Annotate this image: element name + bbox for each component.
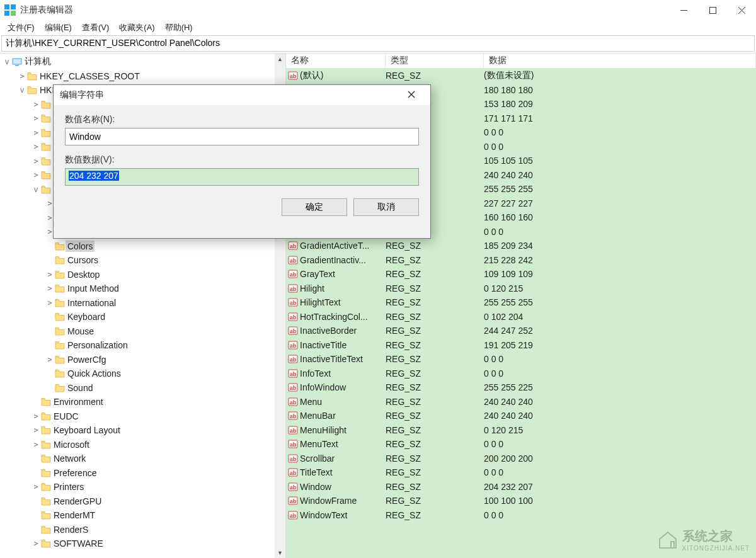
tree-item[interactable]: RenderMT bbox=[0, 508, 285, 523]
tree-item[interactable]: RenderGPU bbox=[0, 494, 285, 509]
menu-file[interactable]: 文件(F) bbox=[3, 21, 40, 35]
expand-icon[interactable]: > bbox=[32, 412, 40, 421]
list-row[interactable]: abInactiveTitleTextREG_SZ0 0 0 bbox=[286, 352, 756, 367]
tree-item[interactable]: Preference bbox=[0, 466, 285, 481]
list-row[interactable]: ab(默认)REG_SZ(数值未设置) bbox=[286, 69, 756, 83]
tree-item[interactable]: Personalization bbox=[0, 338, 285, 353]
tree-item[interactable]: RenderS bbox=[0, 523, 285, 537]
close-button[interactable] bbox=[727, 0, 756, 20]
list-row[interactable]: abWindowREG_SZ204 232 207 bbox=[286, 480, 756, 494]
collapse-icon[interactable]: v bbox=[18, 86, 26, 94]
tree-item[interactable]: >HKEY_CLASSES_ROOT bbox=[0, 69, 285, 84]
value-name: InactiveTitleText bbox=[300, 354, 386, 364]
list-row[interactable]: abMenuHilightREG_SZ0 120 215 bbox=[286, 423, 756, 438]
expand-icon[interactable]: > bbox=[32, 157, 40, 166]
list-header: 名称 类型 数据 bbox=[286, 54, 756, 69]
list-row[interactable]: abInactiveBorderREG_SZ244 247 252 bbox=[286, 324, 756, 338]
tree-item[interactable]: Quick Actions bbox=[0, 367, 285, 381]
list-row[interactable]: abHotTrackingCol...REG_SZ0 102 204 bbox=[286, 310, 756, 324]
expand-icon[interactable]: > bbox=[18, 72, 26, 81]
maximize-button[interactable] bbox=[698, 0, 727, 20]
list-row[interactable]: abGrayTextREG_SZ109 109 109 bbox=[286, 267, 756, 282]
collapse-icon[interactable]: v bbox=[32, 185, 40, 194]
ok-button[interactable]: 确定 bbox=[282, 198, 347, 216]
tree-item[interactable]: Keyboard bbox=[0, 310, 285, 324]
tree-item[interactable]: Cursors bbox=[0, 253, 285, 268]
tree-label: Quick Actions bbox=[66, 368, 123, 379]
tree-item[interactable]: >Desktop bbox=[0, 268, 285, 282]
expand-icon[interactable]: > bbox=[32, 440, 40, 449]
tree-item[interactable]: >International bbox=[0, 296, 285, 310]
expand-icon[interactable]: > bbox=[32, 100, 40, 109]
value-data-label: 数值数据(V): bbox=[65, 154, 419, 166]
tree-item[interactable]: Colors bbox=[0, 239, 285, 254]
tree-item[interactable]: >Input Method bbox=[0, 282, 285, 296]
list-row[interactable]: abWindowFrameREG_SZ100 100 100 bbox=[286, 494, 756, 508]
dialog-close-button[interactable] bbox=[399, 90, 424, 100]
tree-label: RenderS bbox=[52, 524, 90, 535]
list-row[interactable]: abInactiveTitleREG_SZ191 205 219 bbox=[286, 338, 756, 353]
tree-item[interactable]: Sound bbox=[0, 381, 285, 396]
list-row[interactable]: abHilightTextREG_SZ255 255 255 bbox=[286, 295, 756, 310]
list-row[interactable]: abInfoTextREG_SZ0 0 0 bbox=[286, 367, 756, 381]
list-row[interactable]: abMenuBarREG_SZ240 240 240 bbox=[286, 409, 756, 423]
list-row[interactable]: abTitleTextREG_SZ0 0 0 bbox=[286, 465, 756, 480]
dialog-titlebar[interactable]: 编辑字符串 bbox=[54, 85, 430, 105]
expand-icon[interactable]: > bbox=[32, 114, 40, 123]
menu-help[interactable]: 帮助(H) bbox=[160, 21, 198, 35]
value-name: HilightText bbox=[300, 297, 386, 307]
expand-icon[interactable]: > bbox=[32, 539, 40, 548]
list-row[interactable]: abMenuREG_SZ240 240 240 bbox=[286, 395, 756, 409]
expand-icon[interactable]: > bbox=[32, 171, 40, 179]
value-data: 0 120 215 bbox=[484, 425, 756, 435]
list-row[interactable]: abScrollbarREG_SZ200 200 200 bbox=[286, 452, 756, 466]
tree-item[interactable]: >Printers bbox=[0, 480, 285, 494]
collapse-icon[interactable]: v bbox=[3, 57, 11, 66]
watermark-url: XITONGZHIJIA.NET bbox=[682, 545, 750, 552]
tree-item[interactable]: Network bbox=[0, 452, 285, 466]
value-data: 255 255 255 bbox=[484, 184, 756, 194]
list-row[interactable]: abInfoWindowREG_SZ255 255 225 bbox=[286, 380, 756, 395]
expand-icon[interactable]: > bbox=[32, 128, 40, 137]
value-data: 0 102 204 bbox=[484, 312, 756, 322]
expand-icon[interactable]: > bbox=[32, 426, 40, 435]
column-name[interactable]: 名称 bbox=[286, 54, 386, 68]
expand-icon[interactable]: > bbox=[45, 270, 54, 279]
expand-icon[interactable]: > bbox=[45, 355, 54, 364]
list-row[interactable]: abGradientActiveT...REG_SZ185 209 234 bbox=[286, 239, 756, 253]
tree-item[interactable]: >Keyboard Layout bbox=[0, 423, 285, 438]
svg-text:ab: ab bbox=[290, 243, 297, 249]
value-data-input[interactable] bbox=[65, 168, 419, 186]
minimize-button[interactable] bbox=[669, 0, 698, 20]
value-name: TitleText bbox=[300, 467, 386, 477]
column-data[interactable]: 数据 bbox=[484, 54, 756, 68]
scroll-up-icon[interactable]: ▲ bbox=[275, 54, 285, 64]
menu-edit[interactable]: 编辑(E) bbox=[40, 21, 77, 35]
expand-icon[interactable]: > bbox=[32, 482, 40, 491]
column-type[interactable]: 类型 bbox=[386, 54, 484, 68]
tree-item[interactable]: >PowerCfg bbox=[0, 353, 285, 367]
menu-view[interactable]: 查看(V) bbox=[77, 21, 114, 35]
menu-favorites[interactable]: 收藏夹(A) bbox=[114, 21, 159, 35]
value-data: 191 205 219 bbox=[484, 340, 756, 350]
scroll-down-icon[interactable]: ▼ bbox=[275, 547, 285, 558]
expand-icon[interactable]: > bbox=[32, 142, 40, 151]
expand-icon[interactable]: > bbox=[45, 284, 54, 293]
list-row[interactable]: abWindowTextREG_SZ0 0 0 bbox=[286, 508, 756, 523]
tree-item[interactable]: Environment bbox=[0, 395, 285, 409]
value-name-input[interactable] bbox=[65, 128, 419, 145]
tree-item[interactable]: >SOFTWARE bbox=[0, 537, 285, 551]
list-row[interactable]: abGradientInactiv...REG_SZ215 228 242 bbox=[286, 253, 756, 268]
expand-icon[interactable]: > bbox=[45, 299, 54, 307]
folder-icon bbox=[40, 511, 52, 520]
tree-item[interactable]: >EUDC bbox=[0, 409, 285, 424]
tree-item[interactable]: Mouse bbox=[0, 324, 285, 339]
tree-root[interactable]: v计算机 bbox=[0, 55, 285, 69]
list-row[interactable]: abMenuTextREG_SZ0 0 0 bbox=[286, 437, 756, 452]
tree-label: Preference bbox=[52, 467, 98, 479]
address-bar[interactable]: 计算机\HKEY_CURRENT_USER\Control Panel\Colo… bbox=[1, 35, 755, 52]
tree-item[interactable]: >Microsoft bbox=[0, 438, 285, 452]
value-name: InactiveTitle bbox=[300, 340, 386, 350]
list-row[interactable]: abHilightREG_SZ0 120 215 bbox=[286, 282, 756, 296]
cancel-button[interactable]: 取消 bbox=[353, 198, 419, 216]
